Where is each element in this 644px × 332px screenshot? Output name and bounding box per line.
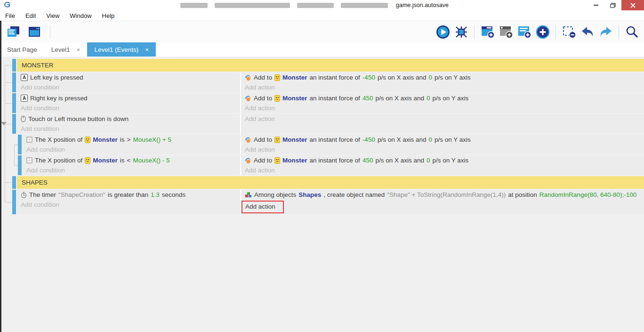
restore-button[interactable] — [604, 0, 621, 10]
close-tab-icon[interactable]: × — [145, 46, 149, 53]
window-title-text: game.json.autosave — [396, 2, 449, 8]
add-condition-link[interactable]: Add condition — [21, 201, 59, 208]
group-label: MONSTER — [22, 62, 54, 69]
condition-text[interactable]: A Left key is pressed — [21, 73, 240, 82]
toolbar-separator — [619, 25, 619, 39]
gdevelop-logo-icon — [3, 1, 11, 8]
add-condition-link[interactable]: Add condition — [26, 167, 65, 174]
tab-label: Level1 — [51, 46, 70, 53]
undo-button[interactable] — [579, 24, 596, 40]
app-window: game.json.autosave File Edit View Window… — [0, 0, 644, 332]
add-action-link[interactable]: Add action — [245, 105, 275, 112]
condition-text[interactable]: The X position of Monster is < MouseX() … — [26, 155, 240, 165]
close-tab-icon[interactable]: × — [77, 46, 80, 53]
event-drag-bar[interactable] — [12, 73, 16, 92]
actions-cell: Add to Monster an instant force of 450 p… — [240, 155, 644, 175]
add-action-link[interactable]: Add action — [245, 115, 275, 122]
condition-text[interactable]: Touch or Left mouse button is down — [21, 114, 240, 124]
debug-bug-icon — [454, 25, 468, 39]
object-thumbnail-icon — [274, 137, 280, 143]
force-icon — [245, 95, 251, 102]
object-name: Monster — [93, 157, 118, 164]
menu-file[interactable]: File — [0, 10, 20, 21]
event-drag-bar[interactable] — [12, 190, 16, 214]
scene-window-button[interactable] — [26, 24, 42, 40]
tab-start-page[interactable]: Start Page — [0, 42, 44, 57]
actions-cell: Add to Monster an instant force of -450 … — [240, 73, 644, 92]
actions-cell: Among objects Shapes , create object nam… — [240, 190, 644, 214]
action-text[interactable]: Add to Monster an instant force of 450 p… — [245, 155, 644, 165]
search-button[interactable] — [624, 24, 640, 40]
action-text[interactable]: Among objects Shapes , create object nam… — [245, 190, 644, 200]
project-manager-button[interactable] — [5, 24, 21, 40]
redo-arrow-icon — [598, 25, 613, 39]
event-drag-bar[interactable] — [18, 155, 22, 175]
tab-label: Level1 (Events) — [94, 46, 138, 53]
event-row-right-key: A Right key is pressed Add condition Add… — [17, 93, 644, 113]
conditions-cell: The X position of Monster is > MouseX() … — [23, 135, 240, 154]
add-condition-link[interactable]: Add condition — [21, 84, 59, 91]
object-thumbnail-icon — [85, 157, 90, 164]
add-other-button[interactable] — [534, 24, 551, 40]
close-button[interactable] — [621, 0, 644, 10]
create-object-icon — [245, 192, 252, 198]
event-row-left-key: A Left key is pressed Add condition Add … — [17, 73, 644, 92]
event-drag-bar[interactable] — [12, 114, 16, 134]
minimize-button[interactable] — [588, 0, 604, 10]
add-event-button[interactable] — [479, 24, 496, 40]
object-thumbnail-icon — [85, 137, 90, 143]
group-header-monster[interactable]: MONSTER — [17, 59, 644, 72]
object-name: Monster — [93, 136, 118, 143]
event-drag-bar[interactable] — [12, 176, 16, 189]
add-action-link[interactable]: Add action — [245, 203, 275, 210]
toolbar-right-group — [435, 24, 640, 40]
redo-button[interactable] — [597, 24, 614, 40]
toolbar-separator — [50, 25, 50, 39]
object-thumbnail-icon — [274, 157, 280, 164]
tab-level1-scene[interactable]: Level1 × — [44, 42, 88, 57]
keyboard-key-icon: A — [21, 74, 28, 81]
add-event-icon — [480, 25, 495, 39]
add-sub-event-button[interactable] — [498, 24, 514, 40]
action-text[interactable]: Add to Monster an instant force of -450 … — [245, 135, 644, 145]
action-text[interactable]: Add to Monster an instant force of 450 p… — [245, 93, 644, 103]
conditions-cell: The X position of Monster is < MouseX() … — [23, 155, 240, 175]
tab-level1-events[interactable]: Level1 (Events) × — [87, 42, 156, 57]
object-name: Monster — [282, 74, 307, 81]
condition-text[interactable]: A Right key is pressed — [21, 93, 240, 103]
conditions-cell: The timer "ShapeCreation" is greater tha… — [17, 190, 240, 214]
annotation-box: Add action — [242, 201, 284, 213]
toolbar-separator — [474, 25, 475, 39]
add-action-link[interactable]: Add action — [245, 167, 275, 174]
delete-selection-button[interactable] — [561, 24, 577, 40]
force-icon — [245, 74, 251, 81]
window-left-edge — [0, 21, 1, 332]
event-drag-bar[interactable] — [12, 59, 16, 72]
actions-cell: Add action — [240, 114, 644, 134]
events-editor: MONSTER A Left key is pressed Add condit… — [0, 57, 644, 332]
event-drag-bar[interactable] — [18, 135, 22, 154]
add-condition-link[interactable]: Add condition — [21, 105, 59, 112]
menu-edit[interactable]: Edit — [20, 10, 41, 21]
condition-text[interactable]: The timer "ShapeCreation" is greater tha… — [21, 190, 240, 200]
add-comment-button[interactable] — [516, 24, 532, 40]
subevent-row-xpos-less: The X position of Monster is < MouseX() … — [23, 155, 644, 175]
project-manager-icon — [6, 25, 20, 39]
menu-view[interactable]: View — [41, 10, 64, 21]
event-drag-bar[interactable] — [12, 93, 16, 113]
add-condition-link[interactable]: Add condition — [26, 146, 65, 153]
add-action-link[interactable]: Add action — [245, 84, 275, 91]
menu-window[interactable]: Window — [64, 10, 97, 21]
add-condition-link[interactable]: Add condition — [21, 125, 59, 132]
preview-play-button[interactable] — [435, 24, 451, 40]
debug-button[interactable] — [453, 24, 469, 40]
menu-help[interactable]: Help — [97, 10, 120, 21]
object-name: Shapes — [298, 191, 321, 198]
condition-text[interactable]: The X position of Monster is > MouseX() … — [26, 135, 240, 145]
group-header-shapes[interactable]: SHAPES — [17, 176, 644, 189]
add-action-link[interactable]: Add action — [245, 146, 275, 153]
action-text[interactable]: Add to Monster an instant force of -450 … — [245, 73, 644, 82]
toolbar-separator — [555, 25, 556, 39]
redacted-title-segment — [341, 3, 388, 8]
conditions-cell: A Left key is pressed Add condition — [17, 73, 240, 92]
